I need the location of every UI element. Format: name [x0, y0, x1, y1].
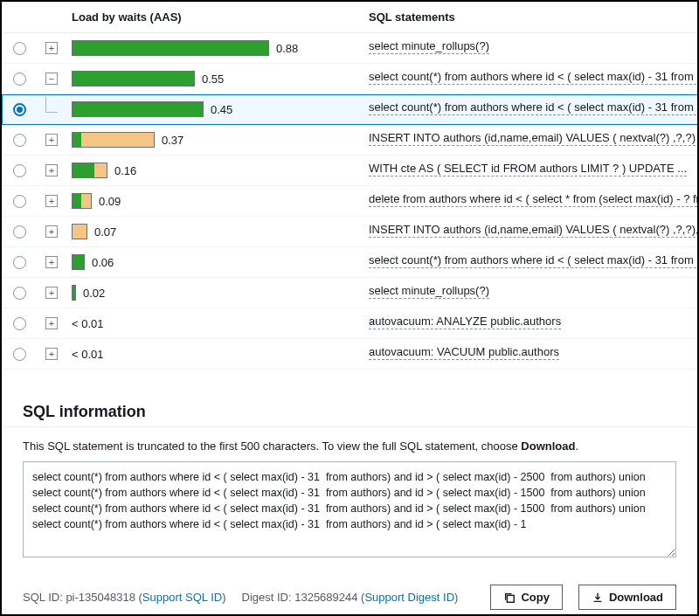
support-digest-id-link[interactable]: Support Digest ID [364, 591, 454, 604]
load-bar [72, 224, 87, 239]
footer-bar: SQL ID: pi-135048318 (Support SQL ID) Di… [2, 572, 697, 616]
divider [2, 426, 697, 427]
load-value: 0.02 [83, 287, 105, 300]
table-row[interactable]: +0.09delete from authors where id < ( se… [2, 186, 697, 217]
sql-information-title: SQL information [23, 403, 676, 421]
table-row[interactable]: 0.45select count(*) from authors where i… [2, 94, 697, 125]
table-row[interactable]: +< 0.01autovacuum: VACUUM public.authors [2, 339, 697, 370]
load-bar [72, 71, 195, 87]
row-radio[interactable] [13, 195, 26, 208]
sql-statement-link[interactable]: INSERT INTO authors (id,name,email) VALU… [369, 131, 696, 146]
load-value: < 0.01 [72, 317, 104, 330]
row-radio[interactable] [13, 164, 26, 177]
download-icon [592, 592, 604, 604]
table-row[interactable]: +< 0.01autovacuum: ANALYZE public.author… [2, 308, 697, 339]
col-header-sql[interactable]: SQL statements [363, 2, 697, 33]
expand-icon[interactable]: + [45, 348, 58, 360]
row-radio[interactable] [13, 256, 26, 269]
row-radio[interactable] [13, 134, 26, 147]
row-radio[interactable] [13, 317, 26, 330]
sql-text-box[interactable] [23, 461, 676, 557]
tree-connector-icon [45, 97, 58, 113]
row-radio[interactable] [13, 42, 26, 55]
row-radio[interactable] [13, 73, 26, 86]
load-value: 0.09 [99, 195, 121, 208]
sql-statement-link[interactable]: delete from authors where id < ( select … [369, 192, 697, 207]
load-bar [72, 193, 92, 209]
sql-statement-link[interactable]: INSERT INTO authors (id,name,email) VALU… [369, 223, 697, 238]
sql-statement-link[interactable]: autovacuum: VACUUM public.authors [369, 345, 559, 360]
load-value: 0.37 [162, 134, 183, 147]
truncation-note: This SQL statement is truncated to the f… [23, 440, 676, 453]
sql-statement-link[interactable]: select minute_rollups(?) [369, 284, 489, 299]
sql-statement-link[interactable]: select count(*) from authors where id < … [369, 253, 697, 268]
sql-load-table: Load by waits (AAS) SQL statements +0.88… [2, 2, 697, 370]
table-row[interactable]: +0.88select minute_rollups(?) [2, 33, 697, 64]
load-value: 0.55 [202, 73, 224, 86]
table-row[interactable]: −0.55select count(*) from authors where … [2, 64, 697, 94]
load-bar [72, 101, 204, 117]
sql-statement-link[interactable]: select count(*) from authors where id < … [369, 100, 697, 115]
digest-id: Digest ID: 1325689244 (Support Digest ID… [242, 591, 459, 604]
row-radio[interactable] [13, 348, 26, 361]
load-value: 0.45 [211, 103, 232, 116]
load-value: < 0.01 [72, 348, 104, 361]
expand-icon[interactable]: + [45, 195, 58, 207]
sql-load-table-scroll[interactable]: Load by waits (AAS) SQL statements +0.88… [2, 2, 697, 391]
copy-button[interactable]: Copy [490, 585, 563, 610]
sql-statement-link[interactable]: select minute_rollups(?) [369, 39, 489, 54]
expand-icon[interactable]: + [45, 225, 58, 238]
sql-id: SQL ID: pi-135048318 (Support SQL ID) [23, 591, 226, 604]
copy-icon [503, 592, 516, 604]
expand-icon[interactable]: + [45, 42, 58, 54]
download-button[interactable]: Download [578, 585, 676, 610]
load-bar [72, 132, 155, 148]
load-bar [72, 40, 269, 56]
load-value: 0.16 [114, 164, 136, 177]
row-radio[interactable] [13, 103, 26, 116]
load-value: 0.07 [94, 225, 116, 239]
table-row[interactable]: +0.16WITH cte AS ( SELECT id FROM author… [2, 156, 697, 186]
expand-icon[interactable]: + [45, 134, 58, 146]
table-row[interactable]: +0.07INSERT INTO authors (id,name,email)… [2, 217, 697, 247]
expand-icon[interactable]: + [45, 287, 58, 299]
sql-statement-link[interactable]: WITH cte AS ( SELECT id FROM authors LIM… [369, 162, 687, 176]
load-bar [72, 163, 107, 178]
load-value: 0.06 [92, 256, 114, 269]
row-radio[interactable] [13, 287, 26, 300]
expand-icon[interactable]: + [45, 164, 58, 176]
support-sql-id-link[interactable]: Support SQL ID [142, 591, 222, 604]
sql-information-panel: SQL information This SQL statement is tr… [2, 391, 697, 572]
table-row[interactable]: +0.37INSERT INTO authors (id,name,email)… [2, 125, 697, 156]
svg-rect-0 [508, 595, 515, 602]
sql-statement-link[interactable]: autovacuum: ANALYZE public.authors [369, 315, 561, 329]
expand-icon[interactable]: + [45, 256, 58, 268]
row-radio[interactable] [13, 225, 26, 239]
expand-icon[interactable]: + [45, 317, 58, 329]
table-row[interactable]: +0.02select minute_rollups(?) [2, 278, 697, 308]
load-bar [72, 254, 85, 270]
collapse-icon[interactable]: − [45, 73, 58, 85]
load-bar [72, 285, 76, 301]
sql-statement-link[interactable]: select count(*) from authors where id < … [369, 70, 697, 85]
table-row[interactable]: +0.06select count(*) from authors where … [2, 247, 697, 278]
col-header-load[interactable]: Load by waits (AAS) [66, 2, 363, 33]
load-value: 0.88 [276, 42, 298, 55]
